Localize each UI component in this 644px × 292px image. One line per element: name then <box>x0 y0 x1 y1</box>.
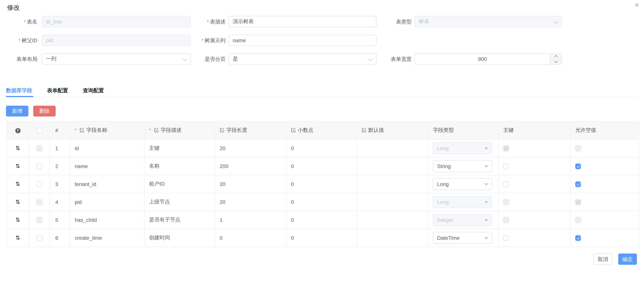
form-width-label: 表单宽度 <box>355 54 412 64</box>
edit-dialog: 修改 ✕ *表名 tb_tree *表描述 演示树表 表类型 树表 *树父ID … <box>0 0 644 292</box>
stepper-down-button[interactable] <box>550 59 562 64</box>
nullable-checkbox[interactable] <box>575 235 581 241</box>
field-default <box>357 139 428 157</box>
required-mark: * <box>24 19 26 25</box>
table-type-select[interactable]: 树表 <box>415 16 562 27</box>
table-name-label: *表名 <box>0 16 37 27</box>
field-default <box>357 193 428 211</box>
pk-checkbox[interactable] <box>503 182 509 187</box>
field-type-select[interactable]: DateTime <box>433 232 492 244</box>
select-all-checkbox[interactable] <box>36 128 42 133</box>
row-select-checkbox[interactable] <box>36 235 42 241</box>
required-mark: * <box>202 38 204 43</box>
column-header: 允许空值 <box>570 121 639 139</box>
delete-button[interactable]: 删除 <box>33 106 56 116</box>
column-header: 字段描述 <box>161 127 182 134</box>
drag-handle-icon[interactable]: ⇅ <box>15 162 20 169</box>
caret-down-icon <box>484 201 488 203</box>
tab-database-fields[interactable]: 数据库字段 <box>6 88 32 94</box>
dialog-title: 修改 <box>7 3 20 12</box>
field-type-select[interactable]: String <box>433 160 492 172</box>
table-row: ⇅ 3 tenant_id 租户ID 20 0 Long <box>6 175 639 193</box>
paging-select[interactable]: 是 <box>228 54 376 64</box>
table-desc-input[interactable]: 演示树表 <box>228 16 376 27</box>
required-mark: * <box>75 127 76 133</box>
nullable-checkbox[interactable] <box>575 146 581 151</box>
close-icon[interactable]: ✕ <box>634 2 639 9</box>
pk-checkbox[interactable] <box>503 146 509 151</box>
nullable-checkbox[interactable] <box>575 217 581 223</box>
field-default <box>357 211 428 229</box>
field-type-select[interactable]: Integer <box>433 214 492 226</box>
table-name-input[interactable]: tb_tree <box>42 16 191 27</box>
row-select-checkbox[interactable] <box>36 182 42 187</box>
table-row: ⇅ 6 create_time 创建时间 0 0 DateTime <box>6 229 639 247</box>
tab-form-config[interactable]: 表单配置 <box>47 88 68 94</box>
row-select-checkbox[interactable] <box>36 217 42 223</box>
column-header: 字段名称 <box>86 127 107 134</box>
field-default <box>357 157 428 175</box>
column-header: 字段长度 <box>226 127 247 134</box>
form-layout-select[interactable]: 一列 <box>42 54 191 64</box>
form-width-value[interactable]: 800 <box>415 56 550 62</box>
field-desc: 主键 <box>144 139 215 157</box>
field-length: 1 <box>215 211 286 229</box>
field-type-select[interactable]: Long <box>433 196 492 208</box>
row-select-checkbox[interactable] <box>36 146 42 151</box>
drag-handle-icon[interactable]: ⇅ <box>15 234 20 241</box>
field-decimal: 0 <box>286 157 357 175</box>
table-desc-label: *表描述 <box>179 16 226 27</box>
fields-table: ? # *字段名称 *字段描述 字段长度 小数点 默认值 字段类型 主键 允许空… <box>6 121 639 247</box>
field-desc: 上级节点 <box>144 193 215 211</box>
nullable-checkbox[interactable] <box>575 182 581 187</box>
nullable-checkbox[interactable] <box>575 164 581 169</box>
required-mark: * <box>19 38 20 43</box>
field-name: id <box>70 139 144 157</box>
form-width-stepper[interactable]: 800 <box>415 54 562 64</box>
column-header: 小数点 <box>298 127 314 134</box>
drag-handle-icon[interactable]: ⇅ <box>15 198 20 205</box>
stepper-up-button[interactable] <box>550 54 562 59</box>
field-name: has_child <box>70 211 144 229</box>
drag-handle-icon[interactable]: ⇅ <box>15 216 20 223</box>
row-select-checkbox[interactable] <box>36 200 42 205</box>
chevron-up-icon <box>554 55 558 59</box>
field-default <box>357 229 428 247</box>
column-header: 主键 <box>498 121 570 139</box>
field-desc: 租户ID <box>144 175 215 193</box>
edit-icon <box>362 128 366 132</box>
row-select-checkbox[interactable] <box>36 164 42 169</box>
drag-handle-icon[interactable]: ⇅ <box>15 180 20 187</box>
column-header: 字段类型 <box>428 121 498 139</box>
tree-display-input[interactable]: name <box>228 35 376 46</box>
required-mark: * <box>207 19 209 25</box>
cancel-button[interactable]: 取消 <box>594 254 612 265</box>
table-row: ⇅ 5 has_child 是否有子节点 1 0 Integer <box>6 211 639 229</box>
field-type-select[interactable]: Long <box>433 142 492 154</box>
caret-down-icon <box>484 147 488 150</box>
edit-icon <box>80 128 84 132</box>
field-name: tenant_id <box>70 175 144 193</box>
caret-down-icon <box>484 183 488 186</box>
caret-down-icon <box>484 219 488 221</box>
confirm-button[interactable]: 确定 <box>618 254 637 265</box>
pk-checkbox[interactable] <box>503 235 509 241</box>
field-decimal: 0 <box>286 229 357 247</box>
field-decimal: 0 <box>286 193 357 211</box>
field-type-select[interactable]: Long <box>433 178 492 190</box>
pk-checkbox[interactable] <box>503 164 509 169</box>
field-name: create_time <box>70 229 144 247</box>
tree-parent-label: *树父ID <box>0 35 37 46</box>
tab-bar: 数据库字段 表单配置 查询配置 <box>6 88 104 94</box>
field-length: 20 <box>215 139 286 157</box>
pk-checkbox[interactable] <box>503 217 509 223</box>
field-name: name <box>70 157 144 175</box>
help-icon[interactable]: ? <box>15 128 20 133</box>
tab-query-config[interactable]: 查询配置 <box>83 88 104 94</box>
pk-checkbox[interactable] <box>503 200 509 205</box>
field-decimal: 0 <box>286 175 357 193</box>
nullable-checkbox[interactable] <box>575 200 581 205</box>
drag-handle-icon[interactable]: ⇅ <box>15 145 20 152</box>
add-button[interactable]: 新增 <box>6 106 28 116</box>
tree-parent-input[interactable]: pid <box>42 35 191 46</box>
